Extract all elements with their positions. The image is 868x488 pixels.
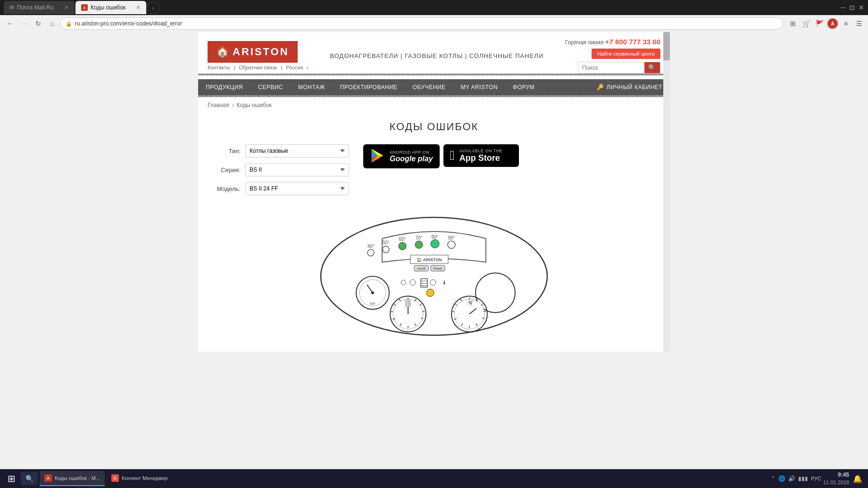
site-search-box[interactable]: 🔍 [578, 62, 660, 74]
secure-icon: 🔒 [66, 21, 72, 27]
svg-text:90°: 90° [448, 235, 455, 240]
site-search-input[interactable] [578, 62, 644, 73]
tagline-area: ВОДОНАГРЕВАТЕЛИ | ГАЗОВЫЕ КОТЛЫ | СОЛНЕЧ… [323, 52, 551, 59]
breadcrumb: Главная › Коды ошибок [208, 97, 660, 113]
svg-point-10 [383, 246, 389, 253]
menu-icon[interactable]: ☰ [854, 18, 864, 29]
type-select[interactable]: Котлы газовые Водонагреватели Солнечные … [245, 144, 349, 157]
series-row: Серия: BS II BS III [208, 163, 349, 176]
tab-error-codes[interactable]: A Коды ошибок ✕ [75, 1, 146, 14]
home-button[interactable]: ⌂ [46, 17, 58, 30]
svg-text:🚿: 🚿 [466, 299, 474, 307]
svg-line-69 [460, 299, 462, 301]
svg-line-68 [455, 304, 457, 306]
nav-stripe-top [198, 74, 670, 75]
region-link[interactable]: Россия [286, 65, 303, 70]
app-store-area: ANDROID APP ON Google play  Available o… [363, 144, 660, 201]
svg-line-61 [484, 311, 486, 312]
svg-text:40°: 40° [367, 244, 374, 249]
bookmark-manager-icon[interactable]: ⊞ [788, 18, 798, 29]
reload-button[interactable]: ↻ [32, 17, 44, 30]
app-store-text: Available on the App Store [459, 149, 503, 163]
model-row: Модель: BS II 24 FF BS II 28 FF [208, 182, 349, 195]
site-search-button[interactable]: 🔍 [644, 62, 660, 73]
svg-point-16 [431, 240, 439, 248]
shopping-icon[interactable]: 🛒 [801, 18, 811, 29]
page-title: КОДЫ ОШИБОК [208, 121, 660, 133]
maximize-button[interactable]: ⊡ [849, 4, 855, 11]
page-container: 🏠 ARISTON Контакты | Обратная связь | Ро… [198, 32, 670, 352]
boiler-diagram: 40° 50° 60° 70° [311, 210, 557, 342]
minimize-button[interactable]: ─ [841, 4, 845, 11]
google-play-button[interactable]: ANDROID APP ON Google play [363, 144, 440, 168]
nav-item-products[interactable]: ПРОДУКЦИЯ [198, 79, 250, 95]
flag-icon[interactable]: 🚩 [814, 18, 825, 29]
contacts-link[interactable]: Контакты [208, 65, 230, 70]
svg-point-37 [371, 291, 374, 294]
reader-mode-icon[interactable]: ≡ [841, 18, 851, 29]
close-button[interactable]: ✕ [859, 4, 864, 11]
logo-box: 🏠 ARISTON [208, 41, 298, 63]
browser-content: 🏠 ARISTON Контакты | Обратная связь | Ро… [0, 32, 868, 352]
main-navigation: ПРОДУКЦИЯ СЕРВИС МОНТАЖ ПРОЕКТИРОВАНИЕ О… [198, 79, 670, 95]
tab-mail[interactable]: ✉ Почта Mail.Ru ✕ [4, 1, 75, 14]
svg-line-52 [393, 304, 396, 306]
svg-point-26 [410, 280, 416, 285]
service-center-button[interactable]: Найти сервисный центр [592, 49, 660, 59]
svg-text:🏠 ARISTON: 🏠 ARISTON [417, 257, 442, 263]
logo-text: ARISTON [233, 46, 289, 58]
series-label: Серия: [208, 166, 241, 174]
model-select[interactable]: BS II 24 FF BS II 28 FF [245, 182, 349, 195]
nav-item-cabinet[interactable]: 🔑 ЛИЧНЫЙ КАБИНЕТ [589, 79, 670, 95]
svg-point-8 [367, 249, 374, 256]
svg-line-53 [399, 299, 401, 301]
header-right: Горячая линия +7 800 777 33 00 Найти сер… [565, 38, 660, 74]
site-header: 🏠 ARISTON Контакты | Обратная связь | Ро… [198, 32, 670, 74]
google-play-icon [370, 148, 385, 165]
breadcrumb-current: Коды ошибок [237, 102, 272, 108]
breadcrumb-separator: › [232, 102, 234, 108]
nav-item-education[interactable]: ОБУЧЕНИЕ [405, 79, 453, 95]
svg-point-31 [430, 280, 436, 285]
key-icon: 🔑 [597, 84, 604, 91]
navigation-bar: ← → ↻ ⌂ 🔒 ru.ariston-pro.com/error-codes… [0, 15, 868, 32]
browser-window: ✉ Почта Mail.Ru ✕ A Коды ошибок ✕ + ─ ⊡ … [0, 0, 868, 352]
filter-form: Тип: Котлы газовые Водонагреватели Солне… [208, 144, 349, 201]
header-links: Контакты | Обратная связь | Россия › [208, 65, 309, 70]
nav-item-project[interactable]: ПРОЕКТИРОВАНИЕ [333, 79, 405, 95]
nav-item-forum[interactable]: ФОРУМ [505, 79, 542, 95]
tagline-text: ВОДОНАГРЕВАТЕЛИ | ГАЗОВЫЕ КОТЛЫ | СОЛНЕЧ… [323, 52, 551, 59]
url-text: ru.ariston-pro.com/error-codes/#load_err… [75, 20, 182, 27]
url-bar[interactable]: 🔒 ru.ariston-pro.com/error-codes/#load_e… [60, 17, 783, 30]
tab-close-error[interactable]: ✕ [136, 4, 141, 11]
new-tab-button[interactable]: + [147, 2, 159, 14]
tab-close-mail[interactable]: ✕ [64, 4, 69, 11]
apple-icon:  [450, 148, 455, 163]
svg-point-18 [448, 241, 455, 248]
svg-text:Reset: Reset [434, 267, 442, 270]
scroll-thumb[interactable] [663, 32, 670, 60]
back-button[interactable]: ← [4, 17, 16, 30]
nav-item-montage[interactable]: МОНТАЖ [291, 79, 333, 95]
main-content: Тип: Котлы газовые Водонагреватели Солне… [208, 144, 660, 201]
series-select[interactable]: BS II BS III [245, 163, 349, 176]
boiler-diagram-area: 40° 50° 60° 70° [208, 210, 660, 342]
type-row: Тип: Котлы газовые Водонагреватели Солне… [208, 144, 349, 157]
abp-icon[interactable]: A [827, 18, 838, 29]
breadcrumb-home[interactable]: Главная [208, 102, 229, 108]
error-favicon: A [81, 4, 88, 11]
nav-item-service[interactable]: СЕРВИС [250, 79, 291, 95]
forward-button[interactable]: → [18, 17, 30, 30]
nav-item-myariston[interactable]: MY ARISTON [453, 79, 505, 95]
browser-toolbar: ⊞ 🛒 🚩 A ≡ ☰ [788, 18, 864, 29]
feedback-link[interactable]: Обратная связь [239, 65, 277, 70]
app-store-button[interactable]:  Available on the App Store [443, 144, 519, 167]
svg-text:|||: ||| [405, 299, 411, 307]
hotline-label: Горячая линия [565, 39, 604, 46]
scrollbar[interactable] [663, 32, 670, 352]
logo-wrap: 🏠 ARISTON Контакты | Обратная связь | Ро… [208, 41, 309, 70]
svg-point-33 [426, 289, 434, 297]
hotline-info: Горячая линия +7 800 777 33 00 [565, 38, 660, 46]
svg-text:bar: bar [370, 301, 376, 306]
mail-favicon: ✉ [9, 4, 14, 11]
